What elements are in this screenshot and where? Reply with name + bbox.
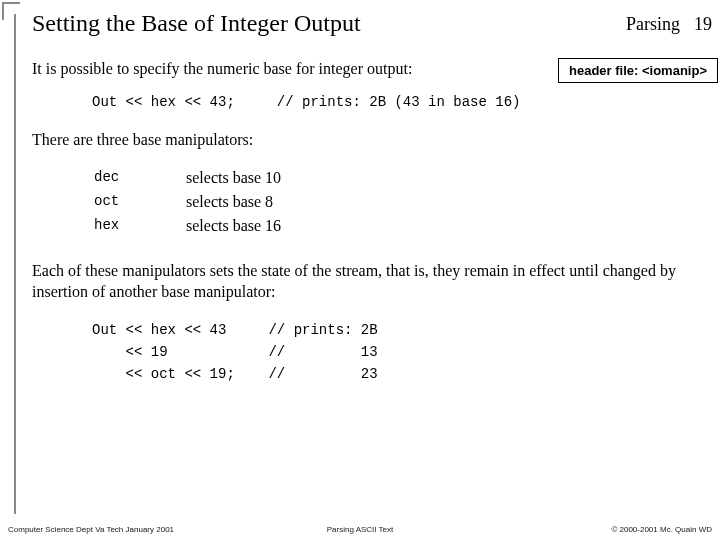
manipulators-intro: There are three base manipulators:: [32, 131, 710, 149]
code-example-1: Out << hex << 43; // prints: 2B (43 in b…: [92, 92, 710, 113]
vertical-rule: [14, 14, 16, 514]
corner-decoration: [2, 2, 20, 20]
manip-name: dec: [94, 167, 184, 189]
manip-desc: selects base 8: [186, 191, 281, 213]
manipulator-table: dec selects base 10 oct selects base 8 h…: [92, 165, 283, 239]
slide-title: Setting the Base of Integer Output: [32, 10, 361, 37]
content-area: It is possible to specify the numeric ba…: [32, 60, 710, 386]
intro-text: It is possible to specify the numeric ba…: [32, 60, 710, 78]
manip-desc: selects base 16: [186, 215, 281, 237]
table-row: dec selects base 10: [94, 167, 281, 189]
slide: Setting the Base of Integer Output Parsi…: [0, 0, 720, 540]
footer-right: © 2000-2001 Mc. Quain WD: [611, 525, 712, 534]
persistence-text: Each of these manipulators sets the stat…: [32, 261, 710, 303]
footer-left: Computer Science Dept Va Tech January 20…: [8, 525, 174, 534]
manip-name: hex: [94, 215, 184, 237]
table-row: oct selects base 8: [94, 191, 281, 213]
manip-name: oct: [94, 191, 184, 213]
page-number: 19: [694, 14, 712, 35]
code-example-2: Out << hex << 43 // prints: 2B << 19 // …: [92, 319, 710, 386]
topic-label: Parsing: [626, 14, 680, 35]
manip-desc: selects base 10: [186, 167, 281, 189]
footer-center: Parsing ASCII Text: [327, 525, 394, 534]
table-row: hex selects base 16: [94, 215, 281, 237]
